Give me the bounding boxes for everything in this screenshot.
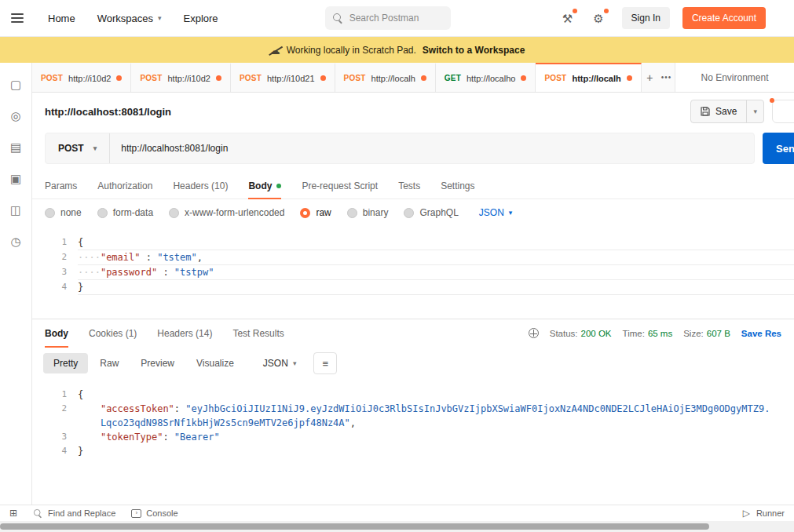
view-raw[interactable]: Raw	[90, 353, 129, 373]
new-tab-button[interactable]: +	[642, 63, 658, 92]
mode-binary[interactable]: binary	[347, 207, 389, 218]
search-icon	[333, 13, 343, 24]
code-content[interactable]: ····"email" : "tstem",	[78, 250, 794, 265]
tab-authorization[interactable]: Authorization	[97, 173, 152, 199]
mode-x-www-form-urlencoded[interactable]: x-www-form-urlencoded	[169, 207, 284, 218]
url-input[interactable]	[110, 133, 754, 163]
response-tab-cookies[interactable]: Cookies (1)	[89, 319, 137, 347]
tab-title: http://localho	[467, 74, 515, 83]
switch-workspace-link[interactable]: Switch to a Workspace	[423, 45, 525, 56]
code-content[interactable]: {	[78, 388, 794, 402]
environment-selector[interactable]: No Environment	[675, 63, 794, 92]
search-box[interactable]	[325, 6, 451, 30]
request-tab[interactable]: POST http://i10d21	[231, 63, 335, 92]
runner-button[interactable]: ▷Runner	[743, 508, 785, 518]
tab-pre-request-script[interactable]: Pre-request Script	[302, 173, 378, 199]
tab-body[interactable]: Body	[248, 173, 281, 199]
method-dropdown[interactable]: POST ▾	[46, 133, 110, 163]
request-tab[interactable]: POST http://localh	[335, 63, 436, 92]
code-content[interactable]: }	[78, 444, 794, 458]
tab-title: http://i10d2	[68, 74, 111, 83]
view-pretty[interactable]: Pretty	[43, 353, 88, 373]
response-header: Body Cookies (1) Headers (14) Test Resul…	[32, 319, 794, 347]
history-icon[interactable]: ◷	[10, 235, 20, 247]
chevron-down-icon: ▾	[93, 145, 97, 152]
tab-params[interactable]: Params	[45, 173, 77, 199]
unsaved-dot	[521, 75, 526, 81]
json-separator: :	[174, 403, 185, 414]
collections-icon[interactable]: ▢	[10, 78, 21, 90]
response-meta: Status:200 OK Time:65 ms Size:607 B Save…	[529, 328, 781, 338]
raw-language-dropdown[interactable]: JSON▾	[479, 207, 513, 218]
json-key: "password"	[101, 267, 157, 278]
json-separator: :	[140, 252, 157, 263]
tools-icon[interactable]: ⚒	[560, 10, 575, 27]
response-body-editor[interactable]: 1 { 2 "accessToken": "eyJhbGciOiJIUzI1Ni…	[32, 380, 794, 505]
mode-none[interactable]: none	[45, 207, 82, 218]
mode-graphql[interactable]: GraphQL	[404, 207, 458, 218]
method-label: POST	[344, 74, 366, 82]
view-visualize[interactable]: Visualize	[186, 353, 244, 373]
response-tab-body[interactable]: Body	[45, 319, 68, 347]
mock-servers-icon[interactable]: ▣	[10, 173, 21, 184]
tab-settings[interactable]: Settings	[441, 173, 474, 199]
chevron-down-icon: ▾	[509, 210, 513, 217]
panel-toggle-icon[interactable]: ⊞	[9, 508, 17, 518]
line-number: 2	[32, 250, 78, 265]
request-tab[interactable]: POST http://i10d2	[32, 63, 131, 92]
save-response-button[interactable]: Save Res	[741, 329, 781, 338]
tab-title: http://localh	[572, 74, 620, 83]
code-content[interactable]: {	[78, 235, 794, 250]
code-content[interactable]: }	[78, 280, 794, 295]
console-icon	[131, 509, 141, 518]
json-string: "eyJhbGciOiJIUzI1NiJ9.eyJzdWIiOiJ0c3RlbS…	[101, 403, 770, 428]
url-row: POST ▾ Send	[32, 130, 794, 173]
response-language-dropdown[interactable]: JSON▾	[255, 353, 305, 373]
horizontal-scrollbar[interactable]	[0, 521, 794, 532]
nav-item-workspaces[interactable]: Workspaces▾	[89, 8, 170, 29]
environments-icon[interactable]: ▤	[10, 141, 21, 153]
comments-button[interactable]	[772, 100, 794, 123]
gear-icon[interactable]: ⚙	[591, 10, 606, 27]
code-line: 1 {	[32, 235, 794, 250]
monitors-icon[interactable]: ◫	[10, 204, 21, 216]
save-button[interactable]: Save	[691, 100, 746, 122]
more-tabs-button[interactable]: •••	[658, 63, 675, 92]
scrollbar-thumb[interactable]	[0, 523, 709, 530]
tab-tests[interactable]: Tests	[398, 173, 420, 199]
send-button[interactable]: Send	[763, 133, 794, 164]
tab-title: http://i10d2	[168, 74, 210, 83]
create-account-button[interactable]: Create Account	[682, 7, 766, 29]
code-content[interactable]: ····"password" : "tstpw"	[78, 265, 794, 280]
request-tab[interactable]: POST http://i10d2	[131, 63, 230, 92]
search-input[interactable]	[349, 13, 443, 24]
view-preview[interactable]: Preview	[130, 353, 185, 373]
code-content[interactable]: "tokenType": "Bearer"	[78, 430, 794, 444]
sign-in-button[interactable]: Sign In	[622, 7, 670, 29]
mode-form-data[interactable]: form-data	[97, 207, 153, 218]
tab-headers[interactable]: Headers (10)	[173, 173, 228, 199]
menu-icon[interactable]	[11, 13, 24, 23]
nav-item-home[interactable]: Home	[39, 8, 84, 29]
nav-item-explore[interactable]: Explore	[175, 8, 227, 29]
code-content[interactable]: "accessToken": "eyJhbGciOiJIUzI1NiJ9.eyJ…	[78, 402, 794, 430]
console-button[interactable]: Console	[131, 508, 177, 518]
network-icon[interactable]	[529, 328, 539, 338]
banner-message: Working locally in Scratch Pad.	[287, 45, 416, 56]
response-tab-headers[interactable]: Headers (14)	[157, 319, 212, 347]
json-brace: {	[78, 237, 83, 248]
request-tab[interactable]: GET http://localho	[436, 63, 536, 92]
unsaved-dot	[216, 75, 221, 81]
radio-icon	[169, 208, 179, 218]
save-options-button[interactable]: ▾	[746, 100, 763, 122]
method-label: GET	[445, 74, 461, 82]
find-and-replace-button[interactable]: Find and Replace	[33, 508, 115, 519]
chevron-down-icon: ▾	[158, 15, 162, 22]
request-body-editor[interactable]: 1 { 2 ····"email" : "tstem", 3 ····"pass…	[32, 226, 794, 319]
time-badge: Time:65 ms	[623, 329, 673, 338]
mode-raw[interactable]: raw	[300, 207, 331, 218]
apis-icon[interactable]: ◎	[10, 110, 20, 122]
response-tab-test-results[interactable]: Test Results	[232, 319, 284, 347]
wrap-text-button[interactable]: ≡	[313, 352, 337, 374]
request-tab-active[interactable]: POST http://localh	[536, 63, 641, 92]
